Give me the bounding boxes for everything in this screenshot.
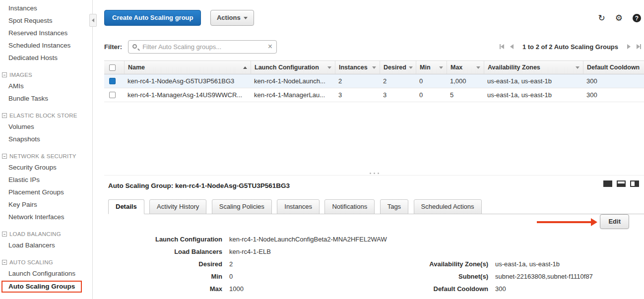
- help-icon[interactable]: ?: [633, 14, 641, 22]
- column-header-name[interactable]: Name: [124, 61, 251, 74]
- detail-panel: Auto Scaling Group: ken-rc4-1-NodeAsg-G5…: [104, 178, 644, 299]
- column-label: Desired: [384, 64, 406, 71]
- sidebar-item-volumes[interactable]: Volumes: [0, 120, 92, 133]
- field-health-check-type: Health Check Type EC2: [135, 295, 387, 299]
- arrow-head-icon: [591, 218, 597, 226]
- clear-filter-icon[interactable]: ×: [268, 42, 272, 51]
- toolbar: Create Auto Scaling group Actions ↻ ⚙ ?: [104, 10, 644, 26]
- tab-tags[interactable]: Tags: [380, 199, 408, 214]
- gear-icon[interactable]: ⚙: [615, 14, 623, 22]
- sidebar-item-load-balancers[interactable]: Load Balancers: [0, 239, 92, 251]
- sidebar-item-instances[interactable]: Instances: [0, 2, 92, 14]
- tab-notifications[interactable]: Notifications: [324, 199, 375, 214]
- field-placement-group: Placement Group: [401, 295, 593, 299]
- sidebar-section-auto-scaling[interactable]: AUTO SCALING: [0, 257, 92, 267]
- sidebar-item-dedicated-hosts[interactable]: Dedicated Hosts: [0, 52, 92, 64]
- sidebar-item-network-interfaces[interactable]: Network Interfaces: [0, 211, 92, 223]
- asg-table: Name Launch Configuration Instances Desi…: [104, 60, 644, 102]
- sort-ascending-icon: [243, 66, 247, 69]
- create-auto-scaling-group-button[interactable]: Create Auto Scaling group: [104, 10, 201, 26]
- field-launch-configuration: Launch Configuration ken-rc4-1-NodeLaunc…: [135, 233, 387, 245]
- cell-launch-configuration: ken-rc4-1-NodeLaunch...: [251, 74, 335, 88]
- chevron-down-icon: [372, 66, 376, 69]
- field-label: Min: [135, 273, 229, 280]
- table-row[interactable]: ken-rc4-1-NodeAsg-G5TU3P561BG3 ken-rc4-1…: [104, 74, 644, 88]
- cell-instances: 3: [335, 88, 380, 102]
- table-row[interactable]: ken-rc4-1-ManagerAsg-14US9WWCR... ken-rc…: [104, 88, 644, 102]
- field-value: ken-rc4-1-ELB: [229, 248, 271, 255]
- tab-instances[interactable]: Instances: [277, 199, 320, 214]
- layout-full-icon[interactable]: [603, 180, 612, 187]
- chevron-down-icon: [576, 66, 580, 69]
- column-label: Max: [451, 64, 462, 71]
- column-header-instances[interactable]: Instances: [335, 61, 380, 74]
- pagination: 1 to 2 of 2 Auto Scaling Groups: [500, 40, 641, 54]
- column-header-default-cooldown[interactable]: Default Cooldown: [583, 61, 644, 74]
- column-header-launch-configuration[interactable]: Launch Configuration: [251, 61, 335, 74]
- actions-button[interactable]: Actions: [210, 10, 254, 26]
- panel-splitter[interactable]: [104, 172, 644, 176]
- chevron-down-icon: [409, 66, 413, 69]
- sidebar-item-reserved-instances[interactable]: Reserved Instances: [0, 27, 92, 39]
- field-value: 300: [495, 285, 506, 293]
- column-header-availability-zones[interactable]: Availability Zones: [484, 61, 583, 74]
- filter-row: Filter: × 1 to 2 of 2 Auto Scaling Group…: [104, 40, 644, 54]
- field-load-balancers: Load Balancers ken-rc4-1-ELB: [135, 245, 387, 258]
- row-checkbox[interactable]: [109, 92, 116, 98]
- sidebar-divider: [92, 0, 93, 299]
- refresh-icon[interactable]: ↻: [598, 14, 605, 22]
- sidebar-item-bundle-tasks[interactable]: Bundle Tasks: [0, 92, 92, 105]
- ec2-console-page: Instances Spot Requests Reserved Instanc…: [0, 0, 644, 299]
- sidebar-section-elastic-block-store[interactable]: ELASTIC BLOCK STORE: [0, 111, 92, 120]
- column-header-desired[interactable]: Desired: [380, 61, 416, 74]
- cell-name: ken-rc4-1-NodeAsg-G5TU3P561BG3: [124, 74, 251, 88]
- column-label: Min: [420, 64, 431, 71]
- sidebar-collapse-button[interactable]: [89, 14, 97, 27]
- sidebar-section-title: AUTO SCALING: [9, 259, 53, 265]
- cell-availability-zones: us-east-1a, us-east-1b: [484, 74, 583, 88]
- chevron-down-icon: [439, 66, 443, 69]
- select-all-checkbox[interactable]: [109, 64, 116, 71]
- filter-search-box[interactable]: ×: [128, 40, 277, 54]
- column-header-max[interactable]: Max: [447, 61, 484, 74]
- layout-split-icon[interactable]: [617, 180, 626, 187]
- sidebar-item-placement-groups[interactable]: Placement Groups: [0, 186, 92, 198]
- tab-scheduled-actions[interactable]: Scheduled Actions: [414, 199, 482, 214]
- select-all-header[interactable]: [104, 61, 124, 74]
- first-page-button[interactable]: [500, 44, 504, 49]
- cell-desired: 3: [380, 88, 416, 102]
- sidebar-active-item-wrap: Auto Scaling Groups: [0, 280, 92, 294]
- next-page-button[interactable]: [627, 44, 631, 49]
- sidebar-item-launch-configurations[interactable]: Launch Configurations: [0, 267, 92, 280]
- last-page-button[interactable]: [637, 44, 641, 49]
- panel-layout-controls: [603, 180, 639, 187]
- layout-right-icon[interactable]: [630, 180, 639, 187]
- sidebar-item-key-pairs[interactable]: Key Pairs: [0, 198, 92, 211]
- sidebar-section-images[interactable]: IMAGES: [0, 70, 92, 80]
- sidebar-item-security-groups[interactable]: Security Groups: [0, 161, 92, 174]
- edit-annotation-arrow: [537, 218, 597, 226]
- collapse-icon: [2, 260, 7, 265]
- sidebar-item-spot-requests[interactable]: Spot Requests: [0, 14, 92, 27]
- field-label: Launch Configuration: [135, 236, 229, 243]
- column-header-min[interactable]: Min: [416, 61, 447, 74]
- row-checkbox[interactable]: [109, 78, 116, 84]
- tab-details[interactable]: Details: [108, 199, 144, 214]
- field-label: Subnet(s): [401, 273, 495, 280]
- cell-launch-configuration: ken-rc4-1-ManagerLau...: [251, 88, 335, 102]
- sidebar-item-snapshots[interactable]: Snapshots: [0, 133, 92, 145]
- sidebar-item-auto-scaling-groups[interactable]: Auto Scaling Groups: [1, 281, 82, 293]
- filter-input[interactable]: [142, 43, 263, 51]
- edit-button[interactable]: Edit: [600, 214, 629, 229]
- tab-activity-history[interactable]: Activity History: [149, 199, 206, 214]
- field-label: Load Balancers: [135, 248, 229, 255]
- tab-scaling-policies[interactable]: Scaling Policies: [212, 199, 272, 214]
- sidebar-section-network-security[interactable]: NETWORK & SECURITY: [0, 151, 92, 161]
- sidebar-section-load-balancing[interactable]: LOAD BALANCING: [0, 229, 92, 239]
- cell-min: 0: [416, 88, 447, 102]
- sidebar-item-amis[interactable]: AMIs: [0, 80, 92, 92]
- field-default-cooldown: Default Cooldown 300: [401, 283, 593, 295]
- sidebar-item-elastic-ips[interactable]: Elastic IPs: [0, 174, 92, 186]
- sidebar-item-scheduled-instances[interactable]: Scheduled Instances: [0, 39, 92, 52]
- previous-page-button[interactable]: [510, 44, 514, 49]
